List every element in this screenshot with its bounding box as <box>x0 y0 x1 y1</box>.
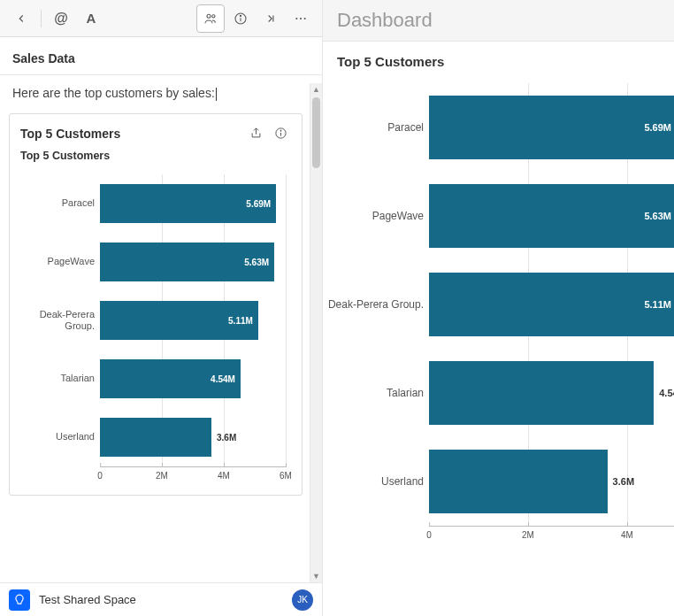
svg-point-6 <box>295 17 297 19</box>
bar-row: Userland3.6M <box>20 408 291 466</box>
bar[interactable] <box>429 450 608 513</box>
axis-tick: 6M <box>280 467 292 481</box>
text-style-button[interactable]: A <box>77 4 105 33</box>
card-info-icon[interactable] <box>270 123 291 144</box>
bar-row: PageWave5.63M <box>323 172 674 260</box>
value-label: 5.63M <box>644 211 671 221</box>
category-label: Deak-Perera Group. <box>20 309 95 332</box>
note-text-content: Here are the top customers by sales: <box>12 86 215 100</box>
go-to-end-button[interactable] <box>257 4 285 33</box>
value-label: 3.6M <box>217 432 236 442</box>
chart-card: Top 5 Customers Top 5 Customers Paracel5… <box>9 113 303 496</box>
category-label: Paracel <box>323 121 424 134</box>
dashboard-chart-title: Top 5 Customers <box>323 42 674 74</box>
value-label: 5.69M <box>246 198 271 208</box>
scroll-down-icon[interactable]: ▼ <box>310 570 322 582</box>
people-button[interactable] <box>196 4 225 33</box>
footer: Test Shared Space JK <box>0 582 322 616</box>
more-button[interactable] <box>287 4 315 33</box>
export-icon[interactable] <box>245 123 266 144</box>
category-label: PageWave <box>323 210 424 222</box>
svg-point-8 <box>304 17 306 19</box>
card-subtitle: Top 5 Customers <box>10 150 302 167</box>
dashboard-pane: Dashboard Top 5 Customers Paracel5.69MPa… <box>323 0 674 616</box>
large-chart: Paracel5.69MPageWave5.63MDeak-Perera Gro… <box>323 74 674 558</box>
bar-row: Deak-Perera Group.5.11M <box>323 260 674 349</box>
value-label: 5.69M <box>644 122 671 133</box>
bar-row: Deak-Perera Group.5.11M <box>20 291 291 350</box>
category-label: Talarian <box>323 387 424 399</box>
bar[interactable] <box>100 418 211 457</box>
mention-button[interactable]: @ <box>47 4 75 33</box>
value-label: 5.11M <box>644 299 671 310</box>
svg-point-4 <box>240 15 241 16</box>
value-label: 3.6M <box>613 476 634 487</box>
category-label: Userland <box>323 475 424 488</box>
section-title: Sales Data <box>0 37 322 75</box>
scrollbar[interactable]: ▲ ▼ <box>310 83 322 582</box>
bar-row: Paracel5.69M <box>20 174 291 233</box>
svg-point-11 <box>280 130 280 131</box>
bar-row: Talarian4.54M <box>20 350 291 408</box>
bar[interactable] <box>429 361 654 425</box>
note-text[interactable]: Here are the top customers by sales: <box>9 75 303 110</box>
dashboard-title: Dashboard <box>323 0 674 42</box>
small-chart: Paracel5.69MPageWave5.63MDeak-Perera Gro… <box>10 167 302 495</box>
editor-body[interactable]: Here are the top customers by sales: Top… <box>0 75 322 616</box>
editor-toolbar: @ A <box>0 0 322 37</box>
user-avatar[interactable]: JK <box>292 589 313 611</box>
category-label: Talarian <box>20 373 95 384</box>
back-button[interactable] <box>7 4 35 33</box>
value-label: 4.54M <box>211 373 235 383</box>
axis-tick: 0 <box>97 467 103 481</box>
axis-tick: 2M <box>156 467 168 481</box>
value-label: 5.63M <box>244 257 269 266</box>
axis-tick: 4M <box>621 527 633 540</box>
category-label: Paracel <box>20 197 95 209</box>
value-label: 4.54M <box>659 388 674 398</box>
axis-tick: 0 <box>426 527 432 540</box>
x-axis: 02M4M <box>429 526 674 549</box>
bar[interactable] <box>429 273 674 336</box>
bar[interactable] <box>429 96 674 159</box>
bar-row: Talarian4.54M <box>323 349 674 437</box>
axis-tick: 4M <box>218 467 230 481</box>
card-title: Top 5 Customers <box>20 127 241 141</box>
bar-row: Userland3.6M <box>323 437 674 526</box>
x-axis: 02M4M6M <box>100 466 286 489</box>
value-label: 5.11M <box>228 315 253 325</box>
bar[interactable] <box>429 184 674 248</box>
scroll-up-icon[interactable]: ▲ <box>310 83 322 96</box>
svg-point-7 <box>300 17 302 19</box>
space-label[interactable]: Test Shared Space <box>39 593 283 606</box>
category-label: Userland <box>20 431 95 443</box>
svg-point-1 <box>212 14 215 17</box>
separator <box>41 10 42 27</box>
space-icon[interactable] <box>9 589 30 611</box>
svg-point-0 <box>207 14 211 18</box>
info-button[interactable] <box>226 4 255 33</box>
bar-row: Paracel5.69M <box>323 83 674 172</box>
scrollbar-thumb[interactable] <box>312 97 320 168</box>
bar-row: PageWave5.63M <box>20 233 291 291</box>
text-cursor <box>216 88 217 101</box>
axis-tick: 2M <box>522 527 534 540</box>
category-label: Deak-Perera Group. <box>323 298 424 311</box>
category-label: PageWave <box>20 256 95 267</box>
